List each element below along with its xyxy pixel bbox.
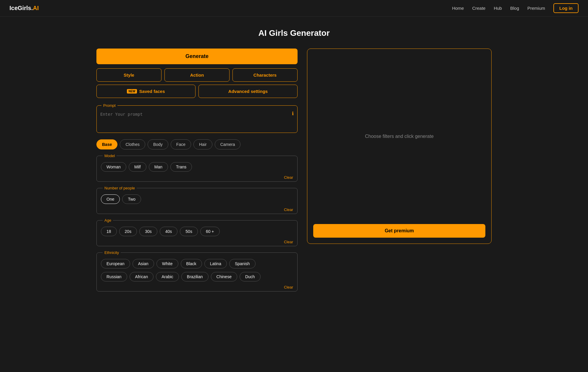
eth-brazilian[interactable]: Brazilian: [181, 272, 209, 281]
eth-chinese[interactable]: Chinese: [211, 272, 237, 281]
ethnicity-section: Ethnicity European Asian White Black Lat…: [96, 250, 298, 292]
model-trans[interactable]: Trans: [170, 162, 192, 172]
page-title: AI Girls Generator: [96, 28, 492, 38]
left-column: Generate Style Action Characters NEW Sav…: [96, 49, 298, 296]
panel-content: Choose filters and click generate: [313, 55, 485, 218]
filter-tab-clothes[interactable]: Clothes: [120, 139, 145, 149]
nav-links: Home Create Hub Blog Premium Log in: [452, 3, 579, 13]
number-two[interactable]: Two: [122, 194, 141, 204]
main-wrapper: AI Girls Generator Generate Style Action…: [87, 17, 501, 313]
saved-faces-label: Saved faces: [139, 89, 165, 94]
prompt-fieldset: Prompt ℹ: [96, 103, 298, 133]
model-milf[interactable]: Milf: [129, 162, 146, 172]
ethnicity-legend: Ethnicity: [103, 250, 121, 255]
tab-characters[interactable]: Characters: [232, 68, 298, 82]
age-section: Age 18 20s 30s 40s 50s 60 + Clear: [96, 218, 298, 246]
nav-home[interactable]: Home: [452, 6, 464, 11]
eth-arabic[interactable]: Arabic: [156, 272, 179, 281]
filter-tab-body[interactable]: Body: [148, 139, 168, 149]
tab-action[interactable]: Action: [164, 68, 230, 82]
logo-text: IceGirls.: [9, 5, 33, 11]
top-tabs-row2: NEW Saved faces Advanced settings: [96, 85, 298, 98]
filter-tab-camera[interactable]: Camera: [215, 139, 241, 149]
choose-text: Choose filters and click generate: [365, 134, 434, 139]
top-tabs-row1: Style Action Characters: [96, 68, 298, 82]
age-18[interactable]: 18: [101, 227, 117, 236]
nav-blog[interactable]: Blog: [510, 6, 519, 11]
two-column-layout: Generate Style Action Characters NEW Sav…: [96, 49, 492, 296]
age-options: 18 20s 30s 40s 50s 60 +: [101, 227, 293, 237]
prompt-input[interactable]: [100, 111, 290, 128]
number-clear[interactable]: Clear: [101, 207, 293, 212]
get-premium-button[interactable]: Get premium: [313, 224, 485, 238]
model-options: Woman Milf Man Trans: [101, 162, 293, 173]
prompt-legend: Prompt: [101, 103, 117, 108]
age-60plus[interactable]: 60 +: [200, 227, 220, 236]
logo-highlight: AI: [33, 5, 39, 11]
filter-tab-base[interactable]: Base: [96, 139, 117, 149]
filter-tab-hair[interactable]: Hair: [193, 139, 212, 149]
nav-logo: IceGirls.AI: [9, 5, 39, 12]
nav-premium[interactable]: Premium: [527, 6, 545, 11]
ethnicity-options-row2: Russian African Arabic Brazilian Chinese…: [101, 272, 293, 283]
model-man[interactable]: Man: [149, 162, 168, 172]
filter-tabs: Base Clothes Body Face Hair Camera: [96, 139, 298, 149]
tab-style[interactable]: Style: [96, 68, 161, 82]
right-column: Choose filters and click generate Get pr…: [307, 49, 492, 244]
tab-advanced-settings[interactable]: Advanced settings: [198, 85, 298, 98]
eth-russian[interactable]: Russian: [101, 272, 127, 281]
ethnicity-clear[interactable]: Clear: [101, 285, 293, 289]
eth-duch[interactable]: Duch: [240, 272, 261, 281]
filter-tab-face[interactable]: Face: [171, 139, 191, 149]
login-button[interactable]: Log in: [553, 3, 579, 13]
number-legend: Number of people: [103, 186, 137, 190]
age-legend: Age: [103, 218, 113, 223]
new-badge: NEW: [127, 89, 137, 94]
number-options: One Two: [101, 194, 293, 205]
age-20s[interactable]: 20s: [119, 227, 137, 236]
eth-asian[interactable]: Asian: [133, 259, 154, 268]
age-40s[interactable]: 40s: [160, 227, 178, 236]
nav-create[interactable]: Create: [472, 6, 485, 11]
age-30s[interactable]: 30s: [139, 227, 157, 236]
tab-saved-faces[interactable]: NEW Saved faces: [96, 85, 196, 98]
generate-button[interactable]: Generate: [96, 49, 298, 64]
eth-african[interactable]: African: [130, 272, 154, 281]
right-panel: Choose filters and click generate Get pr…: [307, 49, 492, 244]
ethnicity-options-row1: European Asian White Black Latina Spanis…: [101, 259, 293, 270]
eth-spanish[interactable]: Spanish: [229, 259, 256, 268]
eth-latina[interactable]: Latina: [204, 259, 227, 268]
model-section: Model Woman Milf Man Trans Clear: [96, 154, 298, 182]
model-woman[interactable]: Woman: [101, 162, 126, 172]
model-clear[interactable]: Clear: [101, 175, 293, 180]
info-icon: ℹ: [292, 111, 294, 116]
age-50s[interactable]: 50s: [180, 227, 198, 236]
number-section: Number of people One Two Clear: [96, 186, 298, 214]
navbar: IceGirls.AI Home Create Hub Blog Premium…: [0, 0, 588, 17]
age-clear[interactable]: Clear: [101, 240, 293, 244]
eth-european[interactable]: European: [101, 259, 130, 268]
eth-black[interactable]: Black: [181, 259, 202, 268]
nav-hub[interactable]: Hub: [494, 6, 502, 11]
prompt-header: ℹ: [100, 111, 294, 128]
model-legend: Model: [103, 154, 117, 158]
number-one[interactable]: One: [101, 194, 120, 204]
eth-white[interactable]: White: [156, 259, 178, 268]
